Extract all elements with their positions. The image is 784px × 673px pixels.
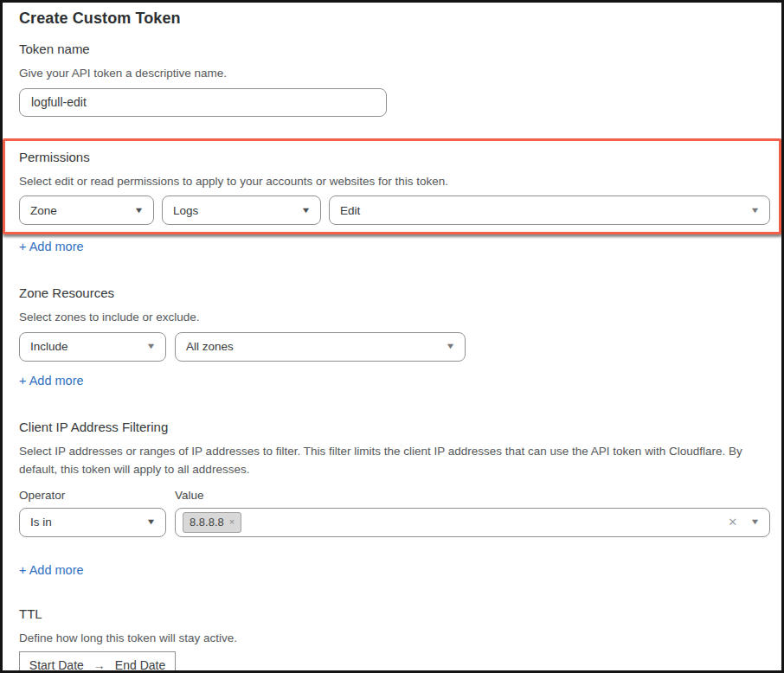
- value-column-label: Value: [175, 487, 204, 504]
- permissions-section: Permissions Select edit or read permissi…: [19, 149, 770, 226]
- operator-column-label: Operator: [19, 487, 175, 504]
- chevron-down-icon: ▼: [134, 207, 145, 215]
- create-custom-token-page: Create Custom Token Token name Give your…: [0, 0, 784, 673]
- clear-icon[interactable]: ✕: [728, 516, 737, 528]
- ttl-date-range-picker[interactable]: Start Date → End Date: [19, 651, 176, 673]
- client-ip-filtering-description: Select IP addresses or ranges of IP addr…: [19, 442, 768, 479]
- chevron-down-icon: ▼: [146, 518, 157, 526]
- end-date-field[interactable]: End Date: [115, 658, 165, 672]
- zone-resources-add-more-link[interactable]: + Add more: [19, 372, 84, 389]
- client-ip-operator-value: Is in: [30, 516, 52, 529]
- permission-access-value: Edit: [340, 204, 360, 217]
- chevron-down-icon: ▼: [750, 207, 761, 215]
- client-ip-add-more-link[interactable]: + Add more: [19, 561, 84, 579]
- zone-resources-zones-value: All zones: [186, 340, 234, 353]
- permission-scope-select[interactable]: Zone ▼: [19, 195, 154, 225]
- permissions-label: Permissions: [19, 149, 770, 166]
- permissions-description: Select edit or read permissions to apply…: [19, 172, 770, 191]
- permission-category-value: Logs: [173, 204, 198, 217]
- permissions-highlight-box: Permissions Select edit or read permissi…: [3, 138, 781, 235]
- ip-address-tag-text: 8.8.8.8: [190, 516, 224, 529]
- permissions-add-more-link[interactable]: + Add more: [19, 238, 84, 255]
- client-ip-value-multiselect[interactable]: 8.8.8.8 × ✕ ▼: [175, 508, 770, 537]
- ttl-label: TTL: [19, 606, 770, 623]
- permissions-dropdown-row: Zone ▼ Logs ▼ Edit ▼: [19, 195, 770, 225]
- multiselect-icons: ✕ ▼: [728, 516, 759, 528]
- zone-resources-description: Select zones to include or exclude.: [19, 308, 770, 327]
- client-ip-filtering-section: Client IP Address Filtering Select IP ad…: [19, 419, 770, 579]
- permission-access-select[interactable]: Edit ▼: [329, 195, 770, 225]
- client-ip-controls-row: Is in ▼ 8.8.8.8 × ✕ ▼: [19, 508, 770, 537]
- client-ip-operator-select[interactable]: Is in ▼: [19, 508, 166, 537]
- zone-resources-operator-value: Include: [30, 340, 68, 353]
- zone-resources-label: Zone Resources: [19, 285, 770, 302]
- client-ip-filtering-label: Client IP Address Filtering: [19, 419, 770, 436]
- zone-resources-dropdown-row: Include ▼ All zones ▼: [19, 332, 770, 362]
- client-ip-column-labels: Operator Value: [19, 487, 770, 504]
- chevron-down-icon: ▼: [301, 207, 312, 215]
- token-name-input[interactable]: [19, 88, 387, 117]
- page-title: Create Custom Token: [19, 8, 770, 29]
- chevron-down-icon: ▼: [146, 343, 157, 350]
- permission-scope-value: Zone: [30, 204, 57, 217]
- arrow-right-icon: →: [93, 658, 106, 672]
- token-name-description: Give your API token a descriptive name.: [19, 64, 770, 83]
- tag-remove-icon[interactable]: ×: [229, 517, 235, 527]
- token-name-label: Token name: [19, 41, 770, 58]
- chevron-down-icon: ▼: [446, 343, 456, 350]
- ttl-description: Define how long this token will stay act…: [19, 629, 770, 648]
- ip-address-tag: 8.8.8.8 ×: [183, 512, 241, 533]
- start-date-field[interactable]: Start Date: [29, 658, 84, 672]
- token-name-section: Token name Give your API token a descrip…: [19, 41, 770, 117]
- zone-resources-operator-select[interactable]: Include ▼: [19, 332, 166, 362]
- ttl-section: TTL Define how long this token will stay…: [19, 606, 770, 673]
- permission-category-select[interactable]: Logs ▼: [162, 195, 321, 225]
- zone-resources-zones-select[interactable]: All zones ▼: [175, 332, 466, 362]
- chevron-down-icon[interactable]: ▼: [750, 518, 761, 526]
- zone-resources-section: Zone Resources Select zones to include o…: [19, 285, 770, 389]
